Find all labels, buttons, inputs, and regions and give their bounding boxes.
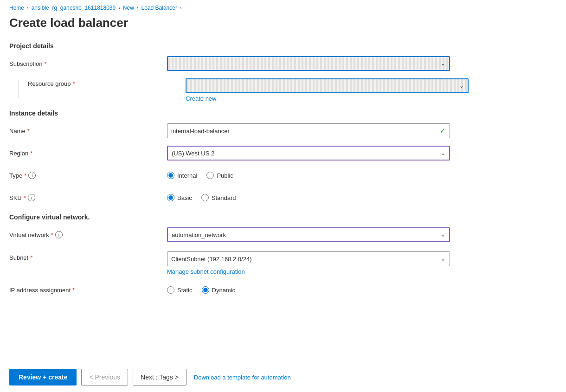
sku-row: SKU * i Basic Standard (9, 190, 557, 205)
type-public-text: Public (217, 172, 233, 179)
resource-group-select[interactable] (186, 78, 469, 93)
breadcrumb: Home › ansible_rg_ganeshb_1611818039 › N… (0, 0, 566, 14)
type-radio-group: Internal Public (167, 172, 233, 179)
vnet-select-wrapper: automation_network ⌄ (167, 227, 450, 242)
configure-vnet-title: Configure virtual network. (9, 213, 557, 221)
subscription-row: Subscription * ⌄ (9, 56, 557, 71)
sku-standard-text: Standard (212, 194, 236, 201)
name-check-icon: ✓ (440, 127, 445, 135)
ip-static-label[interactable]: Static (167, 286, 193, 294)
breadcrumb-lb[interactable]: Load Balancer (142, 5, 177, 11)
manage-subnet-link[interactable]: Manage subnet configuration (167, 268, 450, 275)
ip-dynamic-text: Dynamic (212, 287, 236, 294)
resource-group-row: Resource group * ⌄ Create new (9, 78, 557, 102)
name-required: * (27, 128, 30, 135)
subscription-select[interactable] (167, 56, 450, 71)
instance-details-title: Instance details (9, 109, 557, 117)
main-content: Project details Subscription * ⌄ Resourc… (0, 38, 566, 362)
type-public-radio[interactable] (206, 172, 214, 179)
subnet-select-wrapper: ClientSubnet (192.168.2.0/24) ⌄ (167, 251, 450, 266)
ip-assignment-row: IP address assignment * Static Dynamic (9, 283, 557, 297)
sku-basic-radio[interactable] (167, 194, 174, 201)
resource-group-control: ⌄ Create new (186, 78, 469, 102)
ip-dynamic-radio[interactable] (202, 286, 209, 294)
sku-standard-label[interactable]: Standard (201, 194, 236, 201)
ip-assignment-label: IP address assignment * (9, 287, 167, 294)
ip-static-text: Static (177, 287, 193, 294)
sku-label: SKU * i (9, 194, 167, 201)
project-details-title: Project details (9, 42, 557, 50)
sku-basic-label[interactable]: Basic (167, 194, 192, 201)
ip-radio-group: Static Dynamic (167, 286, 235, 294)
type-required: * (24, 172, 26, 179)
create-new-link[interactable]: Create new (186, 95, 216, 102)
breadcrumb-home[interactable]: Home (9, 5, 24, 11)
breadcrumb-chevron-1: › (27, 5, 29, 11)
rg-required: * (73, 80, 75, 87)
subscription-label: Subscription * (9, 60, 167, 67)
subscription-required: * (45, 60, 47, 67)
name-row: Name * ✓ (9, 123, 557, 138)
type-internal-label[interactable]: Internal (167, 172, 197, 179)
next-button[interactable]: Next : Tags > (133, 369, 187, 386)
previous-button[interactable]: < Previous (81, 369, 128, 386)
rg-select-wrapper: ⌄ (186, 78, 469, 93)
vnet-required: * (51, 231, 53, 238)
type-internal-text: Internal (177, 172, 197, 179)
vnet-info-icon[interactable]: i (55, 231, 63, 238)
region-select[interactable]: (US) West US 2 (167, 146, 450, 161)
page-title: Create load balancer (0, 14, 566, 38)
resource-group-label: Resource group * (28, 78, 186, 87)
sku-info-icon[interactable]: i (28, 194, 35, 201)
virtual-network-row: Virtual network * i automation_network ⌄ (9, 227, 557, 242)
subnet-row: Subnet * ClientSubnet (192.168.2.0/24) ⌄… (9, 250, 557, 275)
type-internal-radio[interactable] (167, 172, 174, 179)
subscription-select-wrapper: ⌄ (167, 56, 450, 71)
type-public-label[interactable]: Public (206, 172, 233, 179)
sku-basic-text: Basic (177, 194, 192, 201)
subnet-label: Subnet * (9, 251, 167, 261)
sku-standard-radio[interactable] (201, 194, 209, 201)
breadcrumb-chevron-2: › (118, 5, 120, 11)
sku-required: * (24, 194, 26, 201)
ip-static-radio[interactable] (167, 286, 174, 294)
type-row: Type * i Internal Public (9, 168, 557, 183)
ip-dynamic-label[interactable]: Dynamic (202, 286, 236, 294)
subnet-required: * (30, 254, 32, 261)
name-input-wrapper: ✓ (167, 123, 450, 138)
name-input[interactable] (167, 123, 450, 138)
subscription-control: ⌄ (167, 56, 450, 71)
indent-line (9, 78, 28, 98)
ip-required: * (72, 287, 75, 294)
region-label: Region * (9, 150, 167, 157)
region-row: Region * (US) West US 2 ⌄ (9, 146, 557, 161)
breadcrumb-new[interactable]: New (123, 5, 134, 11)
region-select-wrapper: (US) West US 2 ⌄ (167, 146, 450, 161)
subnet-select[interactable]: ClientSubnet (192.168.2.0/24) (167, 251, 450, 266)
breadcrumb-rg[interactable]: ansible_rg_ganeshb_1611818039 (32, 5, 116, 11)
review-create-button[interactable]: Review + create (9, 369, 77, 386)
download-template-link[interactable]: Download a template for automation (194, 374, 291, 381)
breadcrumb-chevron-4: › (180, 5, 182, 11)
type-info-icon[interactable]: i (28, 172, 36, 179)
breadcrumb-chevron-3: › (137, 5, 139, 11)
virtual-network-label: Virtual network * i (9, 231, 167, 238)
virtual-network-select[interactable]: automation_network (167, 227, 450, 242)
name-label: Name * (9, 128, 167, 135)
footer: Review + create < Previous Next : Tags >… (0, 362, 566, 392)
region-required: * (30, 150, 32, 157)
sku-radio-group: Basic Standard (167, 194, 236, 201)
type-label: Type * i (9, 172, 167, 179)
